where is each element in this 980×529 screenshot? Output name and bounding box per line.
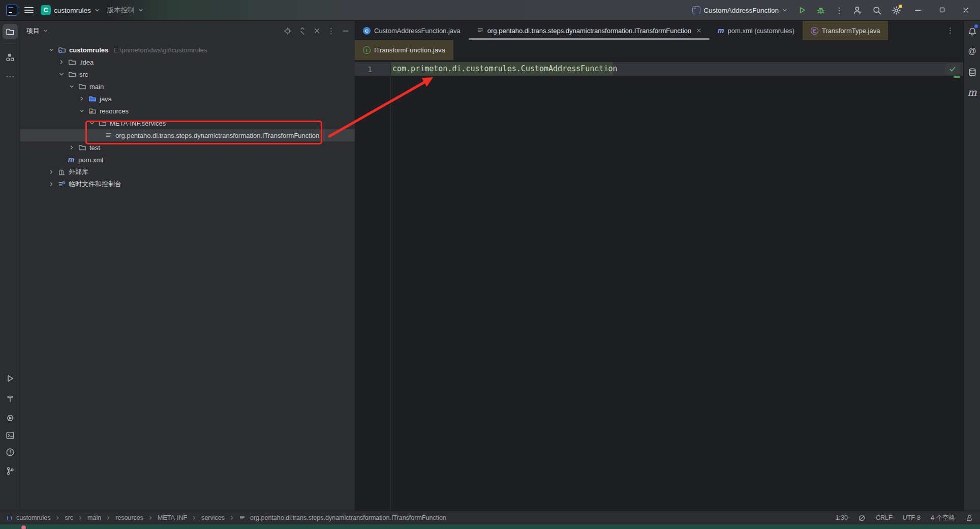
run-config-icon [692, 6, 700, 14]
chevron-right-icon [78, 515, 83, 520]
tree-item-scratches-consoles[interactable]: 临时文件和控制台 [20, 178, 355, 190]
chevron-down-icon[interactable] [68, 83, 75, 90]
tab-label: org.pentaho.di.trans.steps.dynamictransf… [487, 27, 691, 35]
folder-icon [78, 143, 86, 152]
library-icon [58, 168, 66, 176]
problems-tool-icon[interactable] [3, 445, 18, 460]
chevron-down-icon [782, 7, 788, 13]
tree-item-label: java [100, 95, 112, 103]
class-icon: C [363, 27, 371, 35]
locate-file-icon[interactable] [284, 27, 292, 35]
tree-item-label: resources [100, 107, 129, 115]
folder-icon [68, 58, 76, 66]
tree-item-label: 外部库 [69, 167, 88, 177]
hide-panel-icon[interactable] [342, 27, 350, 35]
cursor-position[interactable]: 1:30 [836, 514, 848, 521]
search-icon[interactable] [872, 6, 882, 15]
inspections-ok-widget[interactable] [945, 63, 960, 75]
breadcrumb-item[interactable]: src [65, 514, 73, 521]
git-branch-tool-icon[interactable] [3, 463, 18, 479]
vcs-menu[interactable]: 版本控制 [107, 6, 144, 15]
line-separator[interactable]: CRLF [876, 514, 893, 521]
run-button[interactable] [798, 6, 807, 15]
tree-item-customrules[interactable]: customrules E:\primeton\dws\git\customru… [20, 44, 355, 56]
chevron-down-icon[interactable] [48, 47, 55, 53]
structure-tool-icon[interactable] [3, 49, 18, 65]
project-icon [7, 516, 12, 520]
chevron-right-icon[interactable] [48, 181, 55, 187]
tree-item-pom-xml[interactable]: m pom.xml [20, 154, 355, 166]
chevron-down-icon [94, 7, 100, 13]
database-tool-icon[interactable] [966, 66, 978, 78]
breadcrumb-item[interactable]: META-INF [158, 514, 187, 521]
chevron-right-icon[interactable] [48, 169, 55, 175]
terminal-tool-icon[interactable] [3, 428, 18, 443]
breadcrumb-item[interactable]: main [87, 514, 101, 521]
tree-item-external-libraries[interactable]: 外部库 [20, 166, 355, 178]
maven-tool-icon[interactable]: m [966, 85, 978, 98]
tree-item-label: src [79, 71, 88, 78]
interface-icon: I [363, 46, 371, 54]
ai-assistant-icon[interactable]: @ [966, 45, 978, 57]
window-minimize-button[interactable] [911, 7, 925, 14]
expand-collapse-icon[interactable] [298, 27, 307, 35]
inspections-scrollbar-mark [954, 76, 960, 78]
project-panel-header: 项目 ⋮ [20, 21, 355, 41]
more-tools-icon[interactable]: ⋯ [3, 69, 18, 84]
intellij-logo-icon[interactable] [6, 5, 17, 16]
chevron-right-icon [148, 515, 153, 520]
chevron-right-icon [192, 515, 197, 520]
main-menu-icon[interactable] [24, 7, 34, 13]
chevron-right-icon[interactable] [58, 59, 65, 65]
run-tool-icon[interactable] [3, 371, 18, 386]
chevron-right-icon[interactable] [68, 144, 75, 151]
sources-root-folder-icon [88, 95, 97, 103]
lock-open-icon[interactable] [965, 514, 973, 522]
tab-label: ITransformFunction.java [374, 46, 445, 54]
tab-label: TransformType.java [822, 27, 880, 35]
settings-gear-icon[interactable] [892, 6, 901, 15]
tab-pom-xml[interactable]: m pom.xml (customrules) [710, 21, 803, 40]
window-maximize-button[interactable] [935, 7, 949, 14]
collapse-all-icon[interactable] [313, 27, 321, 35]
add-user-icon[interactable] [853, 6, 863, 15]
chevron-right-icon [229, 515, 234, 520]
indent-setting[interactable]: 4 个空格 [931, 514, 955, 522]
breadcrumb-item[interactable]: resources [115, 514, 143, 521]
debug-button[interactable] [816, 6, 825, 15]
breadcrumb-item[interactable]: services [201, 514, 225, 521]
chevron-down-icon[interactable] [58, 71, 65, 77]
notifications-bell-icon[interactable] [966, 25, 978, 38]
run-configuration-selector[interactable]: CustomAddressFunction [692, 6, 788, 14]
chevron-right-icon[interactable] [78, 96, 85, 102]
project-tool-icon[interactable] [3, 24, 18, 39]
tree-item-label: test [89, 144, 100, 152]
run-more-kebab[interactable]: ⋮ [835, 6, 843, 15]
tab-transformtype-java[interactable]: E TransformType.java [803, 21, 888, 40]
close-icon[interactable] [696, 28, 701, 33]
project-selector[interactable]: C customrules [41, 5, 100, 15]
tab-customaddressfunction-java[interactable]: C CustomAddressFunction.java [355, 21, 469, 40]
tab-itransformfunction-java[interactable]: I ITransformFunction.java [355, 40, 453, 60]
taskbar-peek-dot [21, 525, 26, 529]
readonly-pen-icon[interactable] [858, 514, 866, 522]
project-panel-title[interactable]: 项目 [26, 26, 40, 36]
breadcrumb-item[interactable]: org.pentaho.di.trans.steps.dynamictransf… [250, 514, 446, 521]
panel-options-kebab[interactable]: ⋮ [327, 26, 335, 36]
tab-options-kebab[interactable]: ⋮ [946, 21, 954, 40]
status-bar: customrules src main resources META-INF … [0, 511, 980, 524]
chevron-down-icon[interactable] [43, 28, 48, 34]
file-encoding[interactable]: UTF-8 [903, 514, 921, 521]
services-tool-icon[interactable] [3, 410, 18, 426]
chevron-down-icon[interactable] [78, 108, 85, 114]
tree-item-label: customrules [69, 46, 108, 54]
window-close-button[interactable] [959, 7, 973, 14]
annotation-red-box [85, 121, 322, 144]
taskbar-edge-strip [0, 524, 980, 529]
breadcrumbs: customrules src main resources META-INF … [7, 514, 446, 521]
tab-itransformfunction-service[interactable]: org.pentaho.di.trans.steps.dynamictransf… [469, 21, 710, 40]
maven-icon: m [67, 156, 75, 164]
chevron-right-icon [106, 515, 111, 520]
breadcrumb-item[interactable]: customrules [16, 514, 50, 521]
build-tool-icon[interactable] [3, 391, 18, 406]
